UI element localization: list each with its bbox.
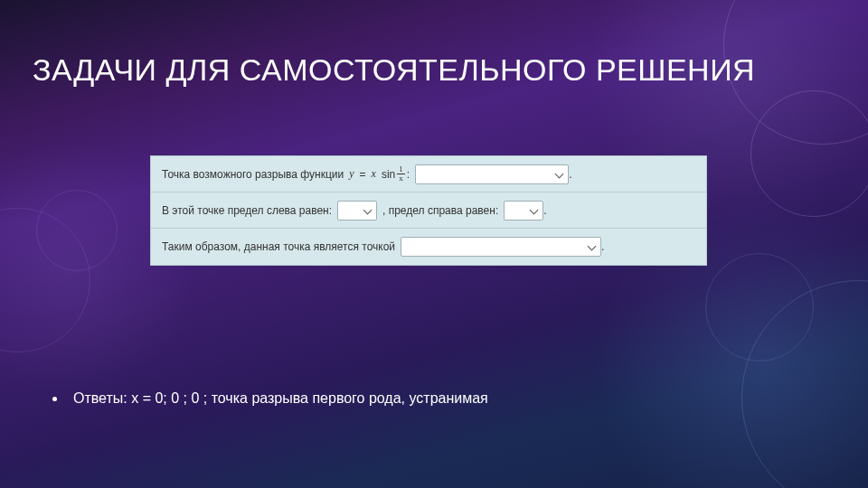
- math-fraction: 1 x: [397, 165, 405, 183]
- q3-period: .: [601, 240, 604, 253]
- q2-period: .: [543, 204, 546, 217]
- math-sin: sin: [382, 168, 395, 181]
- q1-dropdown[interactable]: [415, 164, 569, 184]
- question-row-3: Таким образом, данная точка является точ…: [151, 229, 706, 265]
- chevron-down-icon: [588, 242, 597, 251]
- q2-label-right: , предел справа равен:: [382, 204, 498, 217]
- chevron-down-icon: [555, 170, 564, 179]
- decorative-ring: [705, 253, 814, 361]
- q3-dropdown[interactable]: [401, 237, 601, 257]
- decorative-ring: [36, 190, 118, 271]
- q2-dropdown-left[interactable]: [337, 201, 377, 221]
- chevron-down-icon: [530, 206, 539, 215]
- q1-period: .: [569, 168, 571, 181]
- decorative-ring: [750, 90, 868, 217]
- math-x: x: [372, 167, 376, 181]
- q1-label: Точка возможного разрыва функции: [162, 168, 344, 181]
- math-eq: =: [360, 168, 366, 181]
- bullet-icon: [52, 397, 57, 401]
- q1-colon: :: [407, 168, 410, 181]
- question-row-1: Точка возможного разрыва функции y = x s…: [151, 156, 706, 192]
- q2-dropdown-right[interactable]: [504, 201, 543, 221]
- fraction-denominator: x: [397, 174, 405, 183]
- page-title: ЗАДАЧИ ДЛЯ САМОСТОЯТЕЛЬНОГО РЕШЕНИЯ: [33, 52, 755, 88]
- chevron-down-icon: [363, 206, 373, 215]
- q2-label-left: В этой точке предел слева равен:: [162, 204, 332, 217]
- question-row-2: В этой точке предел слева равен: , преде…: [151, 192, 706, 229]
- math-y: y: [349, 167, 354, 181]
- q3-label: Таким образом, данная точка является точ…: [162, 240, 395, 253]
- question-panel: Точка возможного разрыва функции y = x s…: [150, 155, 707, 266]
- answers-line: Ответы: х = 0; 0 ; 0 ; точка разрыва пер…: [52, 390, 488, 407]
- answers-text: Ответы: х = 0; 0 ; 0 ; точка разрыва пер…: [73, 390, 488, 407]
